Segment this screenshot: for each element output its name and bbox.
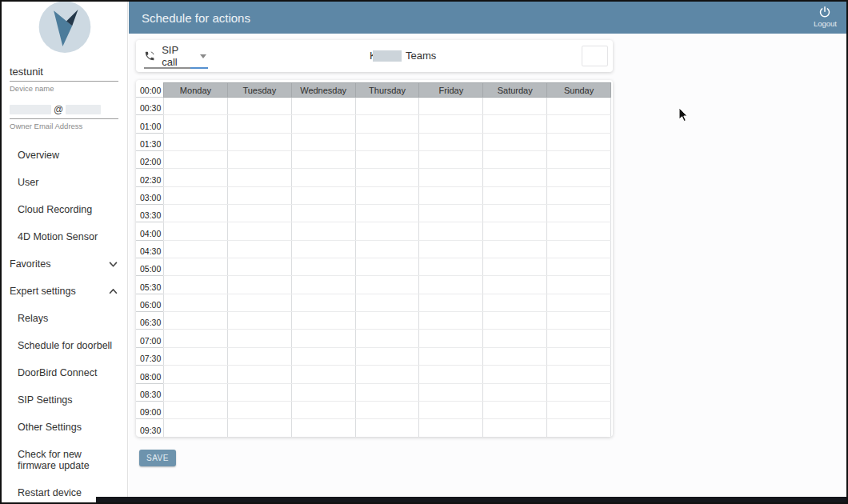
sidebar-section-favorites[interactable]: Favorites [2,250,127,278]
schedule-cell[interactable] [292,366,356,382]
schedule-cell[interactable] [163,151,228,168]
schedule-cell[interactable] [547,258,611,275]
schedule-cell[interactable] [419,258,483,275]
schedule-cell[interactable] [292,384,356,401]
schedule-cell[interactable] [228,134,292,150]
schedule-cell[interactable] [547,151,611,168]
schedule-cell[interactable] [483,151,547,168]
schedule-cell[interactable] [547,419,611,436]
schedule-cell[interactable] [163,294,228,311]
schedule-cell[interactable] [163,222,228,239]
schedule-cell[interactable] [356,366,420,382]
schedule-cell[interactable] [292,258,356,275]
schedule-cell[interactable] [419,151,483,168]
schedule-cell[interactable] [483,241,547,258]
sidebar-item[interactable]: Schedule for doorbell [2,332,127,359]
schedule-cell[interactable] [483,312,547,329]
schedule-cell[interactable] [292,222,356,239]
schedule-cell[interactable] [419,312,483,329]
schedule-cell[interactable] [419,115,483,132]
schedule-cell[interactable] [228,222,292,239]
sidebar-item[interactable]: Check for new firmware update [2,441,127,479]
schedule-cell[interactable] [356,384,420,401]
schedule-cell[interactable] [163,187,228,204]
schedule-cell[interactable] [419,98,483,114]
schedule-cell[interactable] [228,312,292,329]
schedule-cell[interactable] [228,241,292,258]
schedule-cell[interactable] [483,419,547,436]
schedule-cell[interactable] [356,276,420,293]
schedule-cell[interactable] [419,419,483,436]
schedule-cell[interactable] [356,258,420,275]
schedule-cell[interactable] [419,134,483,150]
schedule-cell[interactable] [163,258,228,275]
schedule-cell[interactable] [228,348,292,365]
schedule-cell[interactable] [356,115,420,132]
schedule-cell[interactable] [483,276,547,293]
schedule-cell[interactable] [292,294,356,311]
schedule-cell[interactable] [483,348,547,365]
owner-email-input[interactable]: @ [10,104,118,119]
action-type-select[interactable]: SIP call [144,45,206,67]
schedule-cell[interactable] [163,330,228,346]
schedule-cell[interactable] [356,330,420,346]
schedule-cell[interactable] [292,134,356,150]
schedule-cell[interactable] [419,366,483,382]
schedule-cell[interactable] [356,205,420,222]
schedule-cell[interactable] [547,241,611,258]
schedule-cell[interactable] [547,222,611,239]
schedule-cell[interactable] [483,222,547,239]
schedule-cell[interactable] [483,205,547,222]
schedule-cell[interactable] [163,384,228,401]
schedule-cell[interactable] [163,348,228,365]
schedule-cell[interactable] [228,258,292,275]
schedule-cell[interactable] [483,98,547,114]
schedule-cell[interactable] [356,419,420,436]
schedule-cell[interactable] [228,419,292,436]
schedule-cell[interactable] [163,169,228,186]
schedule-cell[interactable] [163,115,228,132]
schedule-cell[interactable] [547,98,611,114]
schedule-cell[interactable] [547,134,611,150]
schedule-cell[interactable] [163,312,228,329]
schedule-cell[interactable] [483,366,547,382]
schedule-cell[interactable] [228,115,292,132]
schedule-cell[interactable] [547,276,611,293]
schedule-cell[interactable] [292,205,356,222]
save-button[interactable]: SAVE [139,450,176,466]
schedule-cell[interactable] [228,169,292,186]
schedule-cell[interactable] [419,222,483,239]
schedule-cell[interactable] [356,241,420,258]
schedule-cell[interactable] [419,241,483,258]
schedule-cell[interactable] [356,348,420,365]
sidebar-item[interactable]: User [2,169,127,196]
sidebar-item[interactable]: Cloud Recording [2,196,127,223]
schedule-cell[interactable] [292,169,356,186]
schedule-cell[interactable] [228,187,292,204]
schedule-cell[interactable] [483,384,547,401]
schedule-cell[interactable] [419,348,483,365]
sidebar-item[interactable]: Overview [2,142,127,169]
schedule-cell[interactable] [228,151,292,168]
schedule-cell[interactable] [292,402,356,418]
schedule-cell[interactable] [163,366,228,382]
sidebar-item[interactable]: DoorBird Connect [2,359,127,386]
schedule-cell[interactable] [483,402,547,418]
schedule-cell[interactable] [419,402,483,418]
schedule-cell[interactable] [356,134,420,150]
schedule-cell[interactable] [292,115,356,132]
schedule-cell[interactable] [419,276,483,293]
schedule-cell[interactable] [419,384,483,401]
schedule-cell[interactable] [163,241,228,258]
schedule-cell[interactable] [547,312,611,329]
schedule-cell[interactable] [419,294,483,311]
schedule-cell[interactable] [547,169,611,186]
schedule-cell[interactable] [483,115,547,132]
schedule-cell[interactable] [547,294,611,311]
schedule-cell[interactable] [163,419,228,436]
schedule-cell[interactable] [483,258,547,275]
sidebar-item[interactable]: SIP Settings [2,386,127,414]
schedule-cell[interactable] [292,98,356,114]
schedule-cell[interactable] [292,312,356,329]
schedule-cell[interactable] [547,187,611,204]
